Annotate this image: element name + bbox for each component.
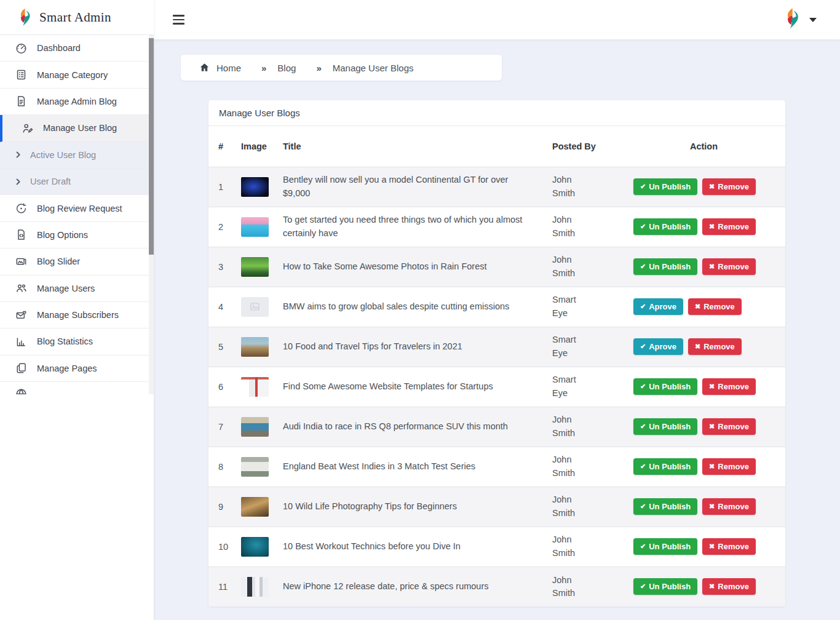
blog-thumbnail-forest — [241, 257, 269, 277]
remove-button[interactable]: ✖Remove — [702, 458, 756, 475]
remove-button[interactable]: ✖Remove — [688, 298, 742, 315]
row-actions: ✔Un Publish✖Remove — [633, 498, 780, 515]
unpublish-button[interactable]: ✔Un Publish — [633, 538, 697, 555]
user-menu[interactable] — [783, 8, 817, 31]
button-label: Remove — [718, 462, 749, 471]
unpublish-button[interactable]: ✔Un Publish — [633, 178, 697, 195]
row-actions: ✔Un Publish✖Remove — [633, 418, 780, 435]
sidebar-item-blog-options[interactable]: Blog Options — [0, 222, 154, 248]
sidebar-item-user-draft[interactable]: User Draft — [0, 169, 154, 195]
row-number: 9 — [208, 487, 236, 527]
brand[interactable]: Smart Admin — [0, 0, 154, 35]
column-header-action: Action — [622, 126, 785, 167]
unpublish-button[interactable]: ✔Un Publish — [633, 418, 697, 435]
table-row: 4BMW aims to grow global sales despite c… — [208, 287, 785, 327]
remove-button[interactable]: ✖Remove — [702, 258, 756, 275]
check-icon: ✔ — [640, 263, 646, 270]
topbar — [154, 0, 840, 39]
blog-thumbnail-iphone — [241, 577, 269, 597]
unpublish-button[interactable]: ✔Un Publish — [633, 578, 697, 595]
remove-button[interactable]: ✖Remove — [688, 338, 742, 355]
unpublish-button[interactable]: ✔Un Publish — [633, 258, 697, 275]
remove-button[interactable]: ✖Remove — [702, 178, 756, 195]
remove-button[interactable]: ✖Remove — [702, 218, 756, 235]
unpublish-button[interactable]: ✔Un Publish — [633, 218, 697, 235]
category-icon — [15, 68, 28, 81]
button-label: Remove — [718, 542, 749, 551]
blog-thumbnail-bentley-car — [241, 177, 269, 197]
globe-icon — [15, 388, 28, 394]
approve-button[interactable]: ✔Aprove — [633, 298, 683, 315]
row-number: 7 — [208, 407, 236, 447]
unpublish-button[interactable]: ✔Un Publish — [633, 458, 697, 475]
sidebar-item-label: Blog Options — [37, 230, 88, 240]
breadcrumb-link-home[interactable]: Home — [216, 63, 241, 73]
sidebar-item-blog-statistics[interactable]: Blog Statistics — [0, 328, 154, 355]
check-icon: ✔ — [640, 383, 646, 390]
sidebar-item-label: Blog Statistics — [37, 336, 93, 346]
sidebar-item-active-user-blog[interactable]: Active User Blog — [0, 142, 154, 169]
blog-title: 10 Wild Life Photography Tips for Beginn… — [278, 487, 547, 527]
sidebar-item-partial[interactable] — [0, 382, 154, 394]
row-actions: ✔Aprove✖Remove — [633, 338, 780, 355]
button-label: Remove — [718, 222, 749, 231]
blog-thumbnail-travel — [241, 337, 269, 357]
remove-button[interactable]: ✖Remove — [702, 378, 756, 395]
manage-user-blogs-card: Manage User Blogs #ImageTitlePosted ByAc… — [208, 100, 785, 606]
sidebar-item-blog-slider[interactable]: Blog Slider — [0, 248, 154, 275]
pages-icon — [15, 362, 28, 375]
x-icon: ✖ — [709, 183, 715, 190]
unpublish-button[interactable]: ✔Un Publish — [633, 378, 697, 395]
button-label: Un Publish — [649, 422, 691, 431]
remove-button[interactable]: ✖Remove — [702, 418, 756, 435]
table-row: 510 Food and Travel Tips for Travelers i… — [208, 327, 785, 367]
document-icon — [15, 95, 28, 108]
sidebar-item-blog-review-request[interactable]: Blog Review Request — [0, 195, 154, 221]
approve-button[interactable]: ✔Aprove — [633, 338, 683, 355]
posted-by: John Smith — [552, 453, 587, 479]
posted-by: Smart Eye — [552, 293, 587, 319]
sidebar-item-manage-category[interactable]: Manage Category — [0, 62, 154, 88]
sidebar-item-manage-admin-blog[interactable]: Manage Admin Blog — [0, 89, 154, 115]
sidebar-toggle-button[interactable] — [173, 15, 184, 25]
row-number: 10 — [208, 527, 236, 566]
row-number: 5 — [208, 327, 236, 367]
review-icon — [15, 202, 28, 215]
sidebar-scrollbar[interactable] — [149, 35, 154, 394]
posted-by: John Smith — [552, 253, 587, 279]
breadcrumb: Home»Blog»Manage User Blogs — [181, 55, 502, 81]
remove-button[interactable]: ✖Remove — [702, 498, 756, 515]
x-icon: ✖ — [695, 343, 700, 350]
user-blogs-table: #ImageTitlePosted ByAction 1Bentley will… — [208, 126, 785, 606]
sidebar-item-dashboard[interactable]: Dashboard — [0, 35, 154, 62]
table-row: 2To get started you need three things tw… — [208, 207, 785, 247]
check-icon: ✔ — [640, 463, 646, 470]
blog-title: To get started you need three things two… — [278, 207, 547, 247]
button-label: Aprove — [649, 342, 676, 351]
remove-button[interactable]: ✖Remove — [702, 538, 756, 555]
button-label: Remove — [703, 342, 735, 351]
posted-by: John Smith — [552, 213, 587, 239]
breadcrumb-link-blog[interactable]: Blog — [277, 63, 296, 73]
images-icon — [15, 255, 28, 268]
sidebar-item-manage-user-blog[interactable]: Manage User Blog — [0, 115, 154, 141]
posted-by: Smart Eye — [552, 373, 587, 399]
check-icon: ✔ — [640, 183, 646, 190]
file-code-icon — [15, 228, 28, 241]
sidebar-item-label: Active User Blog — [30, 150, 96, 160]
sidebar-item-manage-subscribers[interactable]: Manage Subscribers — [0, 302, 154, 328]
user-avatar-logo-icon — [783, 8, 801, 31]
row-actions: ✔Un Publish✖Remove — [633, 218, 780, 235]
sidebar-scrollbar-thumb[interactable] — [149, 38, 154, 255]
posted-by: John Smith — [552, 533, 587, 559]
home-icon — [199, 63, 210, 73]
remove-button[interactable]: ✖Remove — [702, 578, 756, 595]
chevron-down-icon — [809, 18, 817, 22]
button-label: Un Publish — [649, 262, 691, 271]
sidebar-item-manage-pages[interactable]: Manage Pages — [0, 356, 154, 382]
unpublish-button[interactable]: ✔Un Publish — [633, 498, 697, 515]
sidebar-menu: DashboardManage CategoryManage Admin Blo… — [0, 35, 154, 394]
sidebar-item-manage-users[interactable]: Manage Users — [0, 276, 154, 302]
x-icon: ✖ — [709, 263, 715, 270]
table-row: 3How to Take Some Awesome Photos in Rain… — [208, 247, 785, 287]
